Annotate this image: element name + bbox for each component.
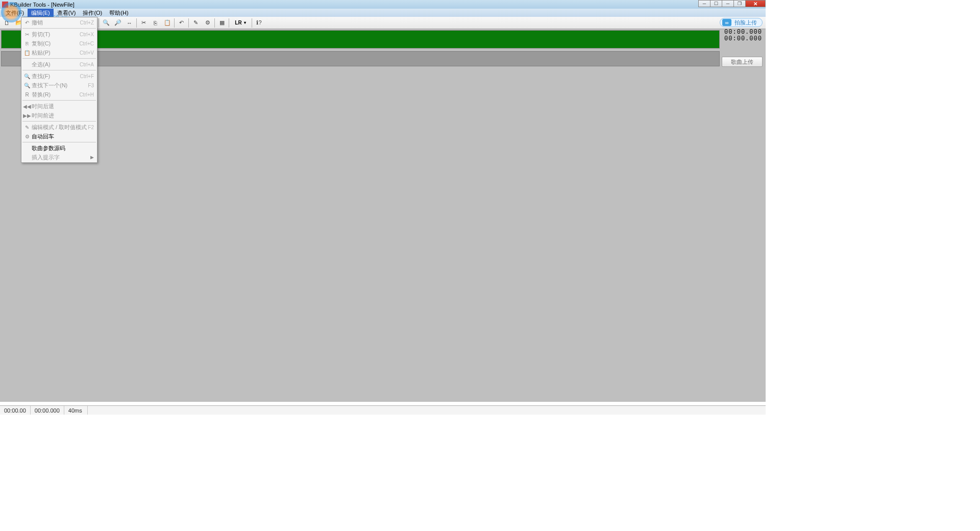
menu-edit[interactable]: 编辑(E): [28, 9, 54, 17]
menu-item-label: 时间后退: [32, 103, 94, 110]
separator: [214, 18, 215, 28]
window-title: KBuilder Tools - [NewFile]: [10, 2, 75, 8]
menu-item-label: 查找(F): [32, 73, 80, 80]
status-bar: 00:00.00 00:00.000 40ms: [0, 405, 766, 415]
menu-item-shortcut: Ctrl+V: [80, 50, 94, 56]
menu-separator: [22, 28, 96, 29]
separator: [99, 18, 99, 28]
tb-undo-icon[interactable]: ↶: [176, 18, 187, 28]
menu-item-shortcut: Ctrl+F: [80, 74, 94, 79]
menu-separator: [22, 58, 96, 59]
menu-item: ✂剪切(T)Ctrl+X: [21, 30, 97, 39]
menu-item: 🔍查找下一个(N)F3: [21, 81, 97, 90]
menu-item: ◀◀时间后退: [21, 102, 97, 111]
menu-item-shortcut: Ctrl+C: [79, 41, 94, 46]
edit-menu-dropdown: ↶撤销Ctrl+Z✂剪切(T)Ctrl+X⎘复制(C)Ctrl+C📋粘贴(P)C…: [21, 17, 97, 163]
tb-search-next-icon[interactable]: 🔎: [112, 18, 124, 28]
menu-separator: [22, 142, 96, 142]
menu-item[interactable]: 歌曲参数源码: [21, 143, 97, 153]
track-channel-2[interactable]: [1, 51, 720, 66]
track-channel-1[interactable]: [1, 30, 720, 49]
menu-item-icon: ⚙: [22, 134, 32, 139]
mdi-restore-button[interactable]: ❐: [733, 0, 746, 7]
menu-item-label: 复制(C): [32, 40, 79, 47]
close-button[interactable]: [745, 0, 766, 7]
menu-item-label: 查找下一个(N): [32, 82, 88, 89]
menu-item-shortcut: Ctrl+X: [80, 32, 94, 37]
menu-item: R替换(R)Ctrl+H: [21, 90, 97, 99]
menu-separator: [22, 100, 96, 101]
cloud-icon: ∞: [722, 19, 731, 26]
status-time-2: 00:00.000: [31, 406, 64, 415]
menu-operate[interactable]: 操作(O): [79, 9, 106, 17]
menu-item-icon: 🔍: [22, 83, 32, 88]
toolbar: 🗋 📂 💾 ≪ ≫ ⇤ ▶ ■ 🔍 🔎 ↔ ✂ ⎘ 📋 ↶ ✎ ⚙ ▦ LR ℹ…: [0, 17, 766, 29]
menu-separator: [22, 70, 96, 70]
menu-item-label: 剪切(T): [32, 31, 80, 38]
menu-item-icon: R: [22, 92, 32, 98]
menu-item-label: 替换(R): [32, 91, 79, 99]
menu-separator: [22, 121, 96, 122]
tb-paste-icon[interactable]: 📋: [161, 18, 173, 28]
menu-item-icon: ⎘: [22, 41, 32, 46]
menu-item-icon: ◀◀: [22, 104, 32, 109]
menu-item-shortcut: Ctrl+H: [79, 92, 94, 98]
upload-pill-button[interactable]: ∞ 拍脸上传: [720, 18, 763, 27]
window-buttons: ─ ☐ ─ ❐: [699, 0, 766, 7]
tb-replace-icon[interactable]: ↔: [124, 18, 135, 28]
menu-item-label: 编辑模式 / 取时值模式: [32, 124, 88, 131]
tb-cut-icon[interactable]: ✂: [138, 18, 150, 28]
tb-search-icon[interactable]: 🔍: [100, 18, 112, 28]
tb-auto-icon[interactable]: ⚙: [202, 18, 213, 28]
separator: [174, 18, 175, 28]
menu-item-label: 时间前进: [32, 112, 94, 119]
menu-item-label: 自动回车: [32, 133, 94, 140]
menu-item: 全选(A)Ctrl+A: [21, 60, 97, 69]
menu-item-label: 撤销: [32, 19, 80, 27]
tb-code-icon[interactable]: ▦: [216, 18, 228, 28]
separator: [229, 18, 229, 28]
menu-item-icon: 🔍: [22, 74, 32, 79]
minimize-button[interactable]: ─: [698, 0, 710, 7]
menu-item-shortcut: Ctrl+A: [80, 62, 94, 67]
upload-pill-label: 拍脸上传: [734, 19, 757, 27]
mdi-minimize-button[interactable]: ─: [722, 0, 734, 7]
app-icon: [2, 2, 8, 8]
menu-help[interactable]: 帮助(H): [106, 9, 132, 17]
tb-mode-icon[interactable]: ✎: [190, 18, 202, 28]
maximize-button[interactable]: ☐: [710, 0, 722, 7]
timecode-2: 00:00.000: [722, 36, 765, 42]
status-time-1: 00:00.00: [0, 406, 31, 415]
menu-item-icon: ▶▶: [22, 113, 32, 118]
tb-help-icon[interactable]: ℹ?: [253, 18, 265, 28]
menu-item: 🔍查找(F)Ctrl+F: [21, 71, 97, 81]
menu-item: ⎘复制(C)Ctrl+C: [21, 39, 97, 48]
song-upload-button[interactable]: 歌曲上传: [722, 57, 763, 67]
separator: [252, 18, 252, 28]
status-latency: 40ms: [64, 406, 88, 415]
tb-lr-dropdown[interactable]: LR: [230, 18, 251, 28]
separator: [136, 18, 137, 28]
menu-item-label: 全选(A): [32, 61, 80, 68]
tb-new-icon[interactable]: 🗋: [1, 18, 13, 28]
menu-item-label: 粘贴(P): [32, 49, 80, 57]
tb-copy-icon[interactable]: ⎘: [150, 18, 161, 28]
menu-file[interactable]: 文件(F): [2, 9, 28, 17]
menu-bar: 文件(F) 编辑(E) 查看(V) 操作(O) 帮助(H): [0, 9, 766, 17]
menu-item-icon: ✂: [22, 32, 32, 37]
menu-item-icon: 📋: [22, 50, 32, 56]
menu-item-label: 歌曲参数源码: [32, 144, 94, 152]
separator: [188, 18, 189, 28]
menu-item-label: 插入提示字: [32, 154, 90, 161]
menu-view[interactable]: 查看(V): [54, 9, 80, 17]
menu-item: ↶撤销Ctrl+Z: [21, 18, 97, 27]
menu-item-shortcut: F2: [88, 125, 94, 130]
right-panel: 00:00.000 00:00.000 歌曲上传: [722, 29, 765, 67]
menu-item[interactable]: ⚙自动回车: [21, 132, 97, 141]
menu-item-shortcut: F3: [88, 83, 94, 88]
menu-item: ▶▶时间前进: [21, 111, 97, 120]
menu-item-icon: ↶: [22, 20, 32, 26]
submenu-arrow-icon: ▶: [90, 155, 94, 160]
main-workarea: 00:00.000 00:00.000 歌曲上传: [0, 29, 766, 402]
menu-item: 插入提示字▶: [21, 153, 97, 162]
